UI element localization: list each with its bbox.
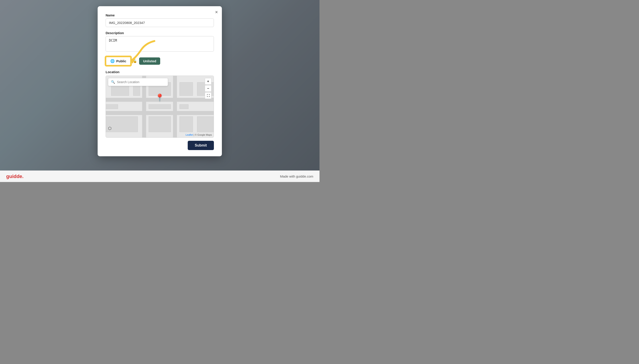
map-attribution: Leaflet | © Google Maps — [185, 134, 212, 136]
privacy-row: 🌐 Public 🔒 Unlisted — [106, 56, 214, 66]
public-button-wrapper: 🌐 Public — [106, 56, 131, 66]
modal-dialog: × Name Description DCIM 🌐 Public 🔒 Unlis… — [98, 6, 222, 156]
svg-rect-17 — [197, 116, 214, 132]
lock-icon: 🔒 — [133, 60, 137, 63]
map-attr-text: | © Google Maps — [194, 134, 212, 136]
leaflet-link[interactable]: Leaflet — [185, 134, 193, 136]
submit-button[interactable]: Submit — [188, 141, 214, 150]
guidde-logo: guidde. — [6, 174, 24, 179]
globe-icon: 🌐 — [110, 59, 115, 63]
svg-rect-15 — [149, 116, 171, 132]
svg-rect-3 — [106, 111, 214, 115]
map-controls: + − ⛶ — [205, 78, 211, 99]
svg-rect-16 — [179, 116, 193, 132]
search-icon: 🔍 — [111, 80, 115, 84]
svg-rect-9 — [179, 82, 193, 96]
submit-row: Submit — [106, 141, 214, 150]
search-bar[interactable]: 🔍 — [108, 78, 168, 86]
layer-icon[interactable]: ⬡ — [108, 126, 112, 131]
zoom-out-button[interactable]: − — [205, 85, 211, 92]
made-with-text: Made with guidde.com — [280, 174, 313, 178]
map-pin: 📍 — [155, 93, 164, 102]
close-button[interactable]: × — [215, 10, 218, 15]
map-container[interactable]: 🔍 + − ⛶ 📍 ⬡ Leaflet | © Google Maps — [106, 76, 214, 138]
svg-rect-5 — [173, 76, 177, 138]
unlisted-label: Unlisted — [143, 59, 156, 63]
fullscreen-button[interactable]: ⛶ — [205, 92, 211, 99]
public-label: Public — [116, 59, 126, 63]
name-input[interactable] — [106, 18, 214, 27]
search-location-input[interactable] — [117, 80, 165, 84]
description-input[interactable]: DCIM — [106, 36, 214, 52]
svg-rect-12 — [149, 104, 171, 109]
location-label: Location — [106, 70, 214, 74]
zoom-in-button[interactable]: + — [205, 78, 211, 85]
bottom-bar: guidde. Made with guidde.com — [0, 170, 320, 182]
name-label: Name — [106, 13, 214, 17]
description-label: Description — [106, 31, 214, 35]
svg-rect-13 — [179, 104, 188, 109]
unlisted-button[interactable]: Unlisted — [139, 58, 160, 65]
public-button[interactable]: 🌐 Public — [106, 56, 131, 66]
svg-rect-11 — [106, 104, 118, 109]
